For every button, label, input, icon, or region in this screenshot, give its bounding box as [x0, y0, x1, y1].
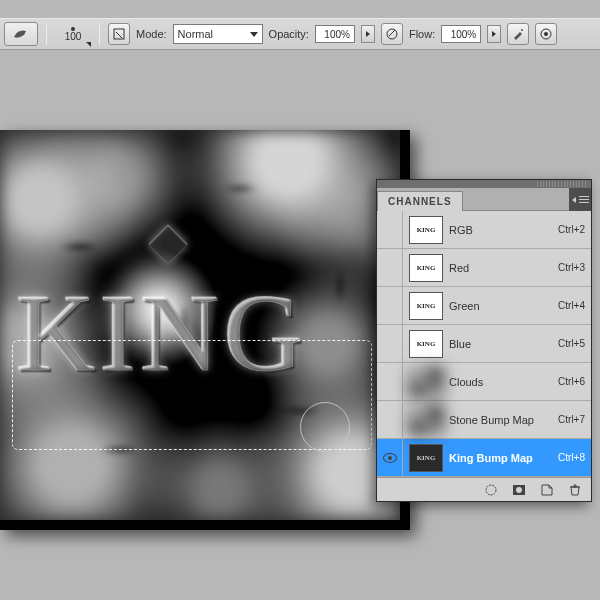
- opacity-label: Opacity:: [269, 28, 309, 40]
- channel-shortcut: Ctrl+8: [558, 452, 585, 463]
- brush-cursor: [300, 402, 350, 452]
- brush-preset-picker[interactable]: 100: [55, 21, 91, 47]
- visibility-toggle[interactable]: [377, 249, 403, 286]
- channel-shortcut: Ctrl+5: [558, 338, 585, 349]
- visibility-toggle[interactable]: [377, 325, 403, 362]
- channel-thumbnail: KING: [409, 330, 443, 358]
- channel-row[interactable]: KINGGreenCtrl+4: [377, 287, 591, 325]
- panel-footer: [377, 477, 591, 501]
- opacity-value: 100%: [324, 29, 350, 40]
- svg-point-5: [486, 485, 496, 495]
- channel-row[interactable]: KINGKing Bump MapCtrl+8: [377, 439, 591, 477]
- channel-row[interactable]: KINGRedCtrl+3: [377, 249, 591, 287]
- visibility-toggle[interactable]: [377, 211, 403, 248]
- channel-name: Clouds: [449, 376, 558, 388]
- channel-thumbnail: KING: [409, 292, 443, 320]
- channel-row[interactable]: CloudsCtrl+6: [377, 363, 591, 401]
- blend-mode-select[interactable]: Normal: [173, 24, 263, 44]
- panel-menu-button[interactable]: [569, 188, 591, 211]
- channel-name: Red: [449, 262, 558, 274]
- load-selection-button[interactable]: [483, 483, 499, 497]
- visibility-toggle[interactable]: [377, 401, 403, 438]
- channel-shortcut: Ctrl+6: [558, 376, 585, 387]
- channel-name: King Bump Map: [449, 452, 558, 464]
- panel-drag-bar[interactable]: [377, 180, 591, 188]
- eye-icon: [383, 453, 397, 463]
- target-icon: [539, 27, 553, 41]
- flow-label: Flow:: [409, 28, 435, 40]
- chevron-right-icon: [492, 31, 496, 37]
- brush-icon: [12, 27, 30, 41]
- separator: [99, 23, 100, 45]
- channel-row[interactable]: KINGBlueCtrl+5: [377, 325, 591, 363]
- channel-list: KINGRGBCtrl+2KINGRedCtrl+3KINGGreenCtrl+…: [377, 211, 591, 477]
- separator: [46, 23, 47, 45]
- brush-panel-icon: [112, 27, 126, 41]
- channel-thumbnail: [409, 406, 443, 434]
- svg-point-7: [516, 487, 522, 493]
- channel-name: Green: [449, 300, 558, 312]
- opacity-input[interactable]: 100%: [315, 25, 355, 43]
- visibility-toggle[interactable]: [377, 363, 403, 400]
- channel-row[interactable]: KINGRGBCtrl+2: [377, 211, 591, 249]
- visibility-toggle[interactable]: [377, 439, 403, 476]
- channel-row[interactable]: Stone Bump MapCtrl+7: [377, 401, 591, 439]
- channel-shortcut: Ctrl+3: [558, 262, 585, 273]
- new-channel-button[interactable]: [539, 483, 555, 497]
- svg-point-4: [544, 32, 548, 36]
- document-canvas[interactable]: KING: [0, 130, 400, 520]
- options-bar: 100 Mode: Normal Opacity: 100% Flow: 100…: [0, 18, 600, 50]
- mask-icon: [512, 484, 526, 496]
- dashed-circle-icon: [484, 484, 498, 496]
- channels-panel: CHANNELS KINGRGBCtrl+2KINGRedCtrl+3KINGG…: [376, 179, 592, 502]
- tab-channels[interactable]: CHANNELS: [377, 191, 463, 211]
- tool-preset-picker[interactable]: [4, 22, 38, 46]
- flow-flyout[interactable]: [487, 25, 501, 43]
- channel-thumbnail: [409, 368, 443, 396]
- panel-tabs: CHANNELS: [377, 188, 591, 211]
- flow-value: 100%: [451, 29, 477, 40]
- channel-name: RGB: [449, 224, 558, 236]
- tablet-size-toggle[interactable]: [535, 23, 557, 45]
- channel-thumbnail: KING: [409, 216, 443, 244]
- channel-thumbnail: KING: [409, 254, 443, 282]
- brush-size-value: 100: [65, 31, 82, 42]
- menu-arrow-icon: [572, 197, 576, 203]
- trash-icon: [568, 484, 582, 496]
- new-page-icon: [540, 484, 554, 496]
- pen-pressure-icon: [385, 27, 399, 41]
- chevron-down-icon: [86, 42, 91, 47]
- channel-shortcut: Ctrl+7: [558, 414, 585, 425]
- grip-icon: [537, 181, 587, 187]
- airbrush-toggle[interactable]: [507, 23, 529, 45]
- delete-channel-button[interactable]: [567, 483, 583, 497]
- channel-shortcut: Ctrl+4: [558, 300, 585, 311]
- channel-thumbnail: KING: [409, 444, 443, 472]
- airbrush-icon: [511, 27, 525, 41]
- blend-mode-value: Normal: [178, 28, 213, 40]
- visibility-toggle[interactable]: [377, 287, 403, 324]
- flow-input[interactable]: 100%: [441, 25, 481, 43]
- menu-lines-icon: [579, 199, 589, 200]
- chevron-right-icon: [366, 31, 370, 37]
- brush-panel-toggle[interactable]: [108, 23, 130, 45]
- tablet-opacity-toggle[interactable]: [381, 23, 403, 45]
- channel-name: Stone Bump Map: [449, 414, 558, 426]
- chevron-down-icon: [250, 32, 258, 37]
- opacity-flyout[interactable]: [361, 25, 375, 43]
- svg-rect-0: [114, 29, 124, 39]
- channel-name: Blue: [449, 338, 558, 350]
- svg-point-2: [521, 29, 523, 31]
- mode-label: Mode:: [136, 28, 167, 40]
- svg-point-1: [387, 29, 397, 39]
- save-selection-button[interactable]: [511, 483, 527, 497]
- channel-shortcut: Ctrl+2: [558, 224, 585, 235]
